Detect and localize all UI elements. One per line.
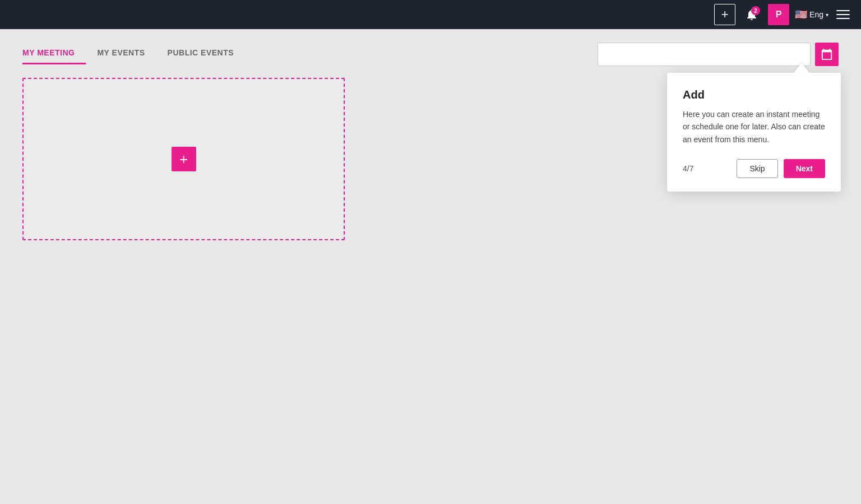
flag-icon: 🇺🇸	[795, 8, 807, 21]
popup-arrow	[794, 63, 809, 73]
add-meeting-area: +	[22, 78, 345, 240]
notifications-bell[interactable]: 2	[741, 4, 762, 25]
popup-overlay: Add Here you can create an instant meeti…	[667, 63, 841, 192]
add-icon: +	[179, 151, 188, 168]
next-button[interactable]: Next	[784, 159, 825, 178]
calendar-icon	[821, 48, 833, 60]
language-selector[interactable]: 🇺🇸 Eng ▾	[795, 8, 828, 21]
navbar-add-button[interactable]: +	[714, 4, 735, 25]
popup-title: Add	[683, 88, 825, 101]
main-content: MY MEETING MY EVENTS PUBLIC EVENTS + Add…	[0, 29, 861, 254]
bell-badge: 2	[751, 6, 760, 15]
popup-actions: Skip Next	[737, 159, 825, 178]
hamburger-line-1	[836, 10, 850, 11]
skip-button[interactable]: Skip	[737, 159, 777, 178]
navbar: + 2 P 🇺🇸 Eng ▾	[0, 0, 861, 29]
lang-label: Eng	[809, 10, 823, 19]
popup-step: 4/7	[683, 164, 693, 173]
chevron-down-icon: ▾	[826, 12, 828, 18]
hamburger-line-3	[836, 18, 850, 19]
add-meeting-button[interactable]: +	[172, 147, 196, 171]
tab-public-events[interactable]: PUBLIC EVENTS	[156, 43, 246, 64]
popup-card: Add Here you can create an instant meeti…	[667, 73, 841, 192]
hamburger-menu[interactable]	[834, 8, 852, 21]
popup-body: Here you can create an instant meeting o…	[683, 108, 825, 146]
popup-footer: 4/7 Skip Next	[683, 159, 825, 178]
tab-my-events[interactable]: MY EVENTS	[86, 43, 156, 64]
plus-icon: +	[721, 7, 729, 22]
hamburger-line-2	[836, 14, 850, 15]
user-avatar[interactable]: P	[768, 4, 789, 25]
tab-my-meeting[interactable]: MY MEETING	[22, 43, 86, 64]
